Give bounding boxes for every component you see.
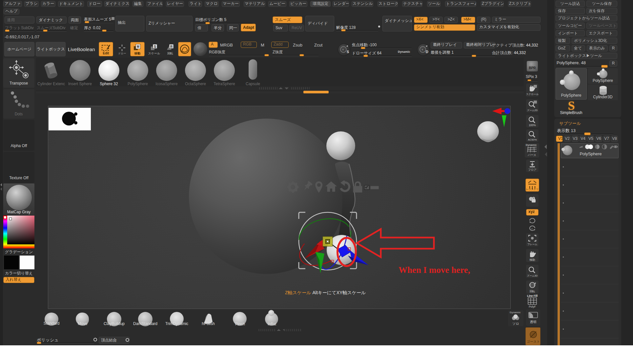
svg-text:+: + [421,48,423,51]
svg-text:フロア: フロア [528,168,537,171]
svg-text:回転: 回転 [167,52,173,55]
svg-text:Transpose: Transpose [10,81,28,86]
svg-text:z: z [531,227,533,230]
svg-text:ズーム2D: ズーム2D [527,109,538,112]
svg-text:移動: 移動 [529,258,536,261]
svg-text:移動: 移動 [134,52,140,55]
svg-text:Edit: Edit [103,51,110,55]
svg-text:レジストリ: レジストリ [526,188,539,191]
svg-text:ズーム3D: ズーム3D [527,274,538,277]
svg-text:スクロール: スクロール [526,93,539,96]
svg-text:Dots: Dots [15,112,23,116]
svg-text:AC50%: AC50% [528,138,537,141]
svg-text:ドロー: ドロー [118,52,126,55]
svg-text:回転: 回転 [530,290,536,293]
svg-text:R: R [170,45,173,48]
svg-text:S: S [347,50,349,54]
svg-text:100%: 100% [529,124,536,127]
svg-text:フレーム: フレーム [527,243,538,246]
svg-text:スケール: スケール [148,52,160,55]
svg-text:+: + [342,48,344,51]
svg-text:M: M [137,45,139,48]
svg-text:S: S [154,45,156,48]
svg-text:D: D [426,50,428,54]
